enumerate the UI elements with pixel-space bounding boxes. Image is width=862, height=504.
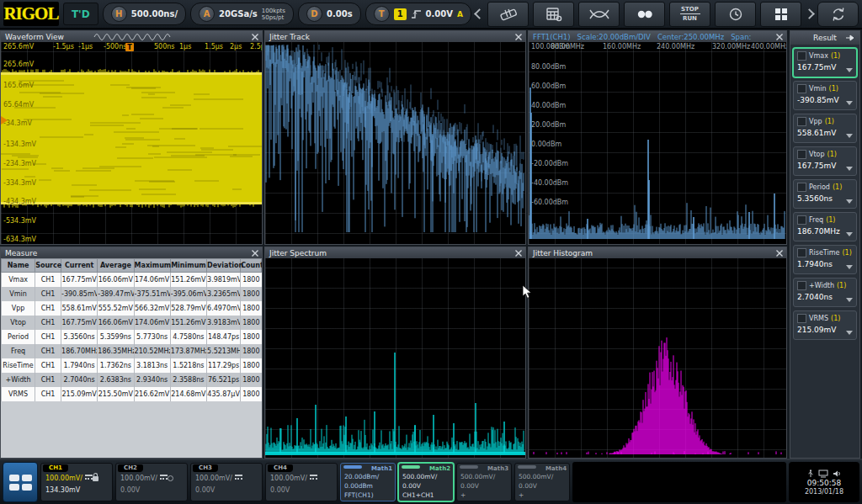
history-button[interactable]	[715, 2, 756, 27]
jitter-spectrum-panel[interactable]: Jitter Spectrum	[264, 247, 526, 459]
math-name-tab[interactable]: Math2	[429, 464, 450, 474]
fft-y-tick-label: 40.00dBm	[531, 103, 566, 109]
measurement-value: 215.09mV	[797, 326, 853, 334]
math-name-tab[interactable]: Math4	[545, 464, 567, 474]
channel-box[interactable]: CH1 100.00mV/ 134.30mV	[40, 463, 113, 501]
measurement-result-item[interactable]: Vmin(1) -390.85mV	[793, 81, 857, 110]
channel-box[interactable]: CH4 100.00mV/ 0.00V	[265, 463, 338, 501]
channel-name-tab[interactable]: CH2	[118, 464, 143, 472]
trigger-settings[interactable]: T 1 0.00V A	[365, 3, 471, 25]
toolbar-scroll-left-icon[interactable]	[474, 8, 485, 19]
keypad-button[interactable]	[533, 2, 574, 27]
trigger-position-marker[interactable]: T	[125, 43, 134, 51]
measure-header[interactable]: Measure	[1, 247, 262, 258]
chevron-down-icon[interactable]	[846, 101, 853, 105]
measure-panel[interactable]: Measure NameSourceCurrentAverageMaximumM…	[0, 247, 263, 459]
close-icon[interactable]	[775, 249, 784, 257]
jitter-histogram-header[interactable]: Jitter Histogram	[529, 247, 786, 258]
math-name-tab[interactable]: Math1	[371, 464, 392, 474]
measurement-result-item[interactable]: Vmax(1) 167.75mV	[793, 48, 857, 77]
measurement-type-icon	[797, 183, 806, 192]
measurement-result-item[interactable]: Vpp(1) 558.61mV	[793, 114, 857, 143]
bw-icon	[168, 475, 173, 481]
acquire-settings[interactable]: A 20GSa/s 100kpts 50ps/pt	[190, 3, 294, 25]
measurement-label: Period(1)	[797, 183, 853, 192]
measurement-result-item[interactable]: Period(1) 5.3560ns	[793, 179, 857, 209]
measurement-label: Vmax(1)	[797, 51, 853, 61]
measurement-label: RiseTime(1)	[797, 248, 853, 257]
channel-box[interactable]: CH2 100.00mV/ 0.00V	[115, 463, 188, 501]
trigger-badge[interactable]: T	[374, 6, 390, 22]
result-sidebar: Result Vmax(1) 167.75mV	[790, 30, 860, 459]
close-icon[interactable]	[514, 249, 523, 257]
jitter-spectrum-header[interactable]: Jitter Spectrum	[265, 247, 525, 258]
horizontal-settings[interactable]: H 500.00ns/	[103, 3, 186, 25]
jitter-track-display-area	[265, 42, 525, 244]
close-icon[interactable]	[775, 33, 784, 41]
close-icon[interactable]	[514, 33, 523, 41]
stop-run-label: STOP RUN	[680, 6, 700, 22]
math-box[interactable]: Math3 500.00mV/ 0.00V +	[456, 463, 512, 501]
waveform-view-panel[interactable]: Waveform View -1.5µs-1µs-500ns500ns1µs1.…	[0, 30, 263, 245]
measurement-result-item[interactable]: RiseTime(1) 1.7940ns	[793, 245, 857, 274]
close-icon[interactable]	[251, 249, 259, 257]
window-layout-button[interactable]	[3, 462, 38, 502]
chevron-down-icon[interactable]	[846, 199, 853, 204]
fft-header[interactable]: FFT1(CH1) Scale:20.00dBm/DIV Center:250.…	[529, 31, 786, 42]
measure-table: NameSourceCurrentAverageMaximumMinimumDe…	[1, 258, 262, 401]
math-offset: 0.00V	[519, 481, 566, 491]
math-box[interactable]: Math4 500.00mV/ 0.00V +	[514, 463, 570, 501]
channel-box[interactable]: CH3 100.00mV/ 0.00V	[190, 463, 263, 501]
channel-name-tab[interactable]: CH3	[193, 464, 218, 472]
measurement-label: VRMS(1)	[797, 314, 853, 323]
channel-name-tab[interactable]: CH1	[43, 464, 68, 472]
chevron-down-icon[interactable]	[846, 134, 853, 138]
chevron-down-icon[interactable]	[846, 331, 853, 335]
delay-settings[interactable]: D 0.00s	[298, 3, 361, 25]
status-clock-box[interactable]: 09:50:58 2013/01/18	[789, 462, 859, 502]
trigger-level-marker[interactable]	[1, 116, 8, 125]
math-color-stripe	[518, 465, 536, 469]
refresh-button[interactable]	[817, 2, 859, 27]
waveform-view-header[interactable]: Waveform View	[1, 31, 262, 42]
windows-layout-button[interactable]	[760, 2, 801, 27]
result-header[interactable]: Result	[790, 31, 859, 45]
jitter-histogram-panel[interactable]: Jitter Histogram	[528, 247, 787, 459]
chevron-down-icon[interactable]	[846, 298, 853, 302]
coupling-icon	[235, 475, 242, 481]
y-axis-tick-label: 265.6mV	[3, 61, 34, 68]
y-axis-tick-label: 65.64mV	[3, 102, 34, 109]
probe-button[interactable]	[487, 2, 529, 27]
measurement-label: Vpp(1)	[797, 117, 853, 126]
fft-panel[interactable]: FFT1(CH1) Scale:20.00dBm/DIV Center:250.…	[528, 30, 787, 245]
measurement-result-item[interactable]: Freq(1) 186.70MHz	[793, 212, 857, 241]
close-icon[interactable]	[251, 33, 259, 41]
measurement-result-item[interactable]: VRMS(1) 215.09mV	[793, 310, 857, 340]
panel-title: Measure	[5, 249, 37, 257]
toolbar-scroll-right-icon[interactable]	[804, 8, 815, 19]
chevron-down-icon[interactable]	[846, 68, 853, 72]
eye-diagram-button[interactable]	[578, 2, 620, 27]
horizontal-badge[interactable]: H	[111, 6, 127, 22]
fft-y-tick-label: 80.00dBm	[531, 64, 566, 71]
math-name-tab[interactable]: Math3	[487, 464, 508, 474]
table-row: FreqCH1186.70MHz186.35MHz210.52MHz173.87…	[2, 344, 262, 358]
math-box[interactable]: Math1 20.00dBm/ 0.00dBm FFT(CH1)	[340, 463, 396, 501]
measurement-result-item[interactable]: +Width(1) 2.7040ns	[793, 278, 857, 307]
measurement-result-item[interactable]: Vtop(1) 167.75mV	[793, 146, 857, 176]
jitter-track-panel[interactable]: Jitter Track	[264, 30, 526, 245]
measure-column-header: Maximum	[134, 259, 170, 273]
pin-icon[interactable]	[845, 34, 855, 42]
math-box[interactable]: Math2 500.00mV/ 0.00V CH1+CH1	[398, 463, 454, 501]
channel-name-tab[interactable]: CH4	[268, 464, 293, 472]
trigger-source-badge[interactable]: 1	[394, 8, 407, 20]
search-button[interactable]	[624, 2, 665, 27]
jitter-track-header[interactable]: Jitter Track	[265, 31, 525, 42]
delay-badge[interactable]: D	[306, 6, 322, 22]
coupling-icon	[310, 475, 317, 481]
stop-run-button[interactable]: STOP RUN	[669, 2, 710, 27]
chevron-down-icon[interactable]	[846, 232, 853, 236]
chevron-down-icon[interactable]	[846, 265, 853, 269]
acquire-badge[interactable]: A	[199, 6, 215, 22]
chevron-down-icon[interactable]	[846, 167, 853, 171]
